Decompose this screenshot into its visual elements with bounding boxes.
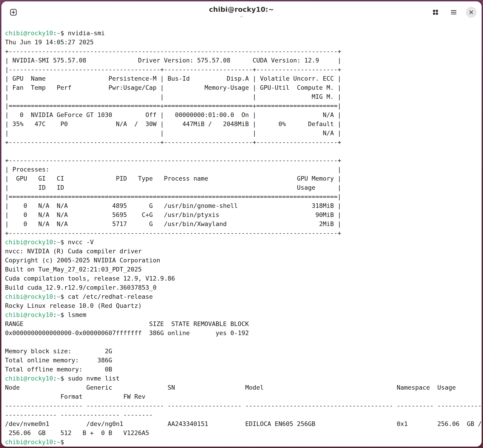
terminal-text	[241, 402, 245, 409]
terminal-text: ---------------------	[86, 402, 164, 409]
terminal-text	[190, 329, 216, 336]
terminal-text: ----------------------	[256, 139, 337, 146]
tab-overview-button[interactable]	[429, 6, 442, 18]
terminal-text: --------	[123, 411, 153, 418]
terminal-text: N/A |	[323, 111, 341, 118]
terminal-text: :	[53, 439, 57, 446]
terminal-text: ----------------------------------------…	[9, 229, 337, 237]
terminal-text	[49, 166, 337, 173]
terminal-line: chibi@rocky10:~$	[5, 438, 479, 447]
terminal-text: $ sudo nvme list	[60, 375, 120, 382]
terminal-text: +	[253, 66, 256, 73]
terminal-text	[256, 93, 312, 100]
terminal-line: | 0 N/A N/A 5717 G /usr/bin/Xwayland 2Mi…	[5, 219, 479, 229]
terminal-text: Namespace Usage	[397, 384, 456, 391]
terminal-text: |	[337, 184, 341, 191]
terminal-text: Disp.A | Volatile Uncorr. ECC |	[227, 75, 341, 82]
terminal-text: Built on Tue_May_27_02:21:03_PDT_2025	[5, 266, 142, 273]
terminal-text: yes 0-192	[216, 329, 249, 336]
terminal-text	[256, 129, 323, 136]
terminal-text: +	[253, 102, 256, 109]
terminal-line: RANGE SIZE STATE REMOVABLE BLOCK	[5, 320, 479, 328]
terminal-text: Thu Jun 19 14:05:27 2025	[5, 39, 94, 46]
terminal-line: | ID ID Usage |	[5, 183, 479, 192]
terminal-text: MIG M. |	[312, 93, 341, 100]
terminal-text: | NVIDIA-SMI 575.57.08	[5, 57, 86, 64]
prompt-path: ~	[57, 293, 60, 300]
terminal-text	[190, 75, 227, 82]
terminal-text: ========================================…	[9, 102, 160, 109]
terminal-text: Rocky Linux release 10.0 (Red Quartz)	[5, 302, 142, 309]
terminal-text	[219, 211, 315, 218]
terminal-line: | 0 N/A N/A 5695 C+G /usr/bin/ptyxis 90M…	[5, 210, 479, 219]
terminal-text	[164, 129, 253, 136]
window-title-block: chibi@rocky10:~ ~	[209, 5, 274, 19]
main-menu-button[interactable]	[448, 6, 460, 18]
terminal-text	[79, 357, 97, 364]
terminal-text: |	[5, 102, 9, 109]
terminal-text	[72, 348, 105, 355]
terminal-text	[264, 384, 397, 391]
terminal-line: chibi@rocky10:~$ nvcc -V	[5, 238, 479, 247]
terminal-text: |	[5, 193, 9, 200]
terminal-text: EDILOCA EN605 256GB	[245, 420, 315, 427]
new-tab-button[interactable]	[7, 6, 20, 18]
terminal-text: --------------	[5, 411, 57, 418]
terminal-line: Cuda compilation tools, release 12.9, V1…	[5, 274, 479, 283]
window-title: chibi@rocky10:~	[209, 5, 274, 14]
terminal-line: Build cuda_12.9.r12.9/compiler.36037853_…	[5, 283, 479, 292]
terminal-text	[164, 402, 168, 409]
terminal-text: | GPU GI CI	[5, 175, 64, 182]
terminal-line: Total online memory: 386G	[5, 356, 479, 365]
terminal-text: Generic	[86, 384, 112, 391]
terminal-text: |	[337, 102, 341, 109]
terminal-text: 0x0000000000000000-0x000000607fffffff 38…	[5, 329, 190, 336]
terminal-text: Memory block size:	[5, 348, 72, 355]
terminal-text: |	[160, 93, 164, 100]
terminal-line: --------------------- ------------------…	[5, 401, 479, 410]
terminal-text: |	[337, 166, 341, 173]
terminal-line: Copyright (c) 2005-2025 NVIDIA Corporati…	[5, 256, 479, 265]
terminal-text: +	[337, 157, 341, 164]
terminal-text: | GPU Name	[5, 75, 46, 82]
terminal-line: |---------------------------------------…	[5, 65, 479, 74]
terminal-text: ----------	[397, 402, 434, 409]
terminal-text: 0x1	[397, 420, 408, 427]
terminal-text: $	[60, 439, 68, 446]
terminal-text	[315, 420, 397, 427]
terminal-line: +---------------------------------------…	[5, 156, 479, 165]
terminal-text: /dev/nvme0n1	[5, 420, 49, 427]
terminal-line: +---------------------------------------…	[5, 229, 479, 238]
terminal-text: ----------------	[60, 411, 120, 418]
terminal-text: +	[337, 139, 341, 146]
terminal-output[interactable]: chibi@rocky10:~$ nvidia-smiThu Jun 19 14…	[1, 23, 482, 447]
terminal-text: $ nvcc -V	[60, 239, 94, 246]
prompt-path: ~	[57, 375, 60, 382]
terminal-text: +	[337, 48, 341, 55]
terminal-text	[393, 402, 397, 409]
terminal-text: Total online memory:	[5, 357, 79, 364]
terminal-line: chibi@rocky10:~$ lsmem	[5, 310, 479, 320]
terminal-line: | GPU GI CI PID Type Process name GPU Me…	[5, 174, 479, 183]
terminal-text	[227, 220, 319, 227]
terminal-text: :	[53, 30, 57, 37]
terminal-text	[72, 84, 109, 91]
terminal-text	[319, 57, 337, 64]
prompt-user-host: chibi@rocky10	[5, 311, 53, 318]
terminal-text: +	[160, 139, 164, 146]
terminal-text: :	[53, 311, 57, 318]
close-button[interactable]	[466, 7, 477, 18]
terminal-line: /dev/nvme0n1 /dev/ng0n1 AA243340151 EDIL…	[5, 419, 479, 428]
terminal-text	[208, 175, 297, 182]
terminal-text: ----------------------------------------…	[9, 48, 337, 55]
terminal-line: Node Generic SN Model Namespace Usage	[5, 383, 479, 392]
terminal-text: $ lsmem	[60, 311, 86, 318]
terminal-text: | 35% 47C P0	[5, 120, 68, 128]
terminal-text: PID Type Process name	[116, 175, 208, 182]
terminal-text	[68, 120, 116, 128]
terminal-text: ----------------------------------------…	[9, 66, 160, 73]
terminal-text: |	[337, 57, 341, 64]
terminal-text: |	[253, 93, 256, 100]
terminal-text: +	[337, 229, 341, 237]
terminal-line: | | | N/A |	[5, 128, 479, 138]
